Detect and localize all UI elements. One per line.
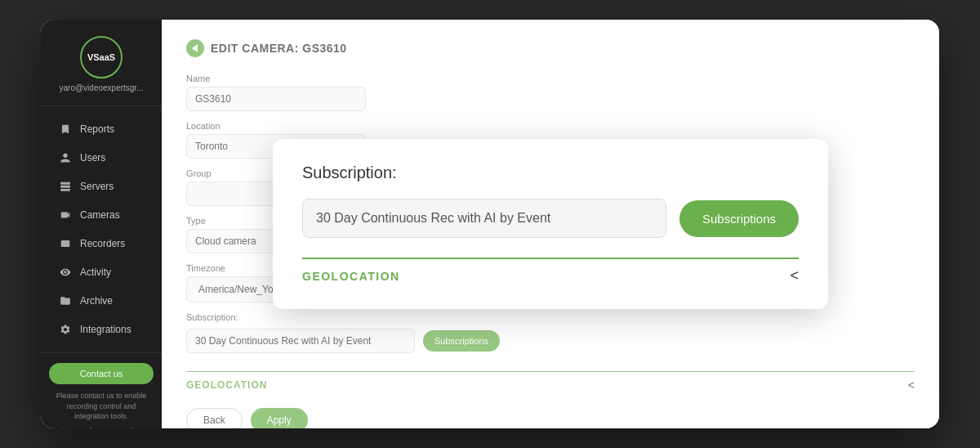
- svg-rect-0: [60, 182, 70, 185]
- contact-button[interactable]: Contact us: [49, 363, 154, 384]
- sidebar-item-archive[interactable]: Archive: [46, 287, 157, 315]
- modal-subscriptions-button[interactable]: Subscriptions: [679, 200, 799, 237]
- sidebar: VSaaS yaro@videoexpertsgr... Reports Use…: [41, 20, 162, 428]
- modal-subscription-row: Subscriptions: [302, 199, 799, 238]
- footer-links: Privacy Policy Terms of Use: [49, 427, 154, 428]
- svg-rect-2: [60, 189, 70, 191]
- modal-geolocation-label: GEOLOCATION: [302, 270, 400, 283]
- sidebar-item-reports[interactable]: Reports: [46, 115, 157, 143]
- sidebar-footer: Contact us Please contact us to enable r…: [41, 352, 162, 428]
- avatar: VSaaS: [80, 36, 122, 78]
- sidebar-username: yaro@videoexpertsgr...: [60, 83, 144, 92]
- sidebar-item-recorders[interactable]: Recorders: [46, 230, 157, 258]
- modal-overlay: Subscription: Subscriptions GEOLOCATION …: [162, 20, 939, 428]
- modal-geolocation-header[interactable]: GEOLOCATION <: [302, 267, 799, 284]
- sidebar-item-integrations[interactable]: Integrations: [46, 316, 157, 343]
- modal-geolocation-section: GEOLOCATION <: [302, 258, 799, 284]
- modal-title: Subscription:: [302, 164, 799, 182]
- user-icon: [59, 151, 72, 164]
- sidebar-item-activity[interactable]: Activity: [46, 258, 157, 286]
- gear-icon: [59, 323, 72, 336]
- sidebar-item-cameras[interactable]: Cameras: [46, 201, 157, 229]
- footer-text: Please contact us to enable recording co…: [49, 391, 154, 422]
- main-content: EDIT CAMERA: GS3610 Name Location Group …: [162, 20, 939, 428]
- svg-point-4: [64, 242, 67, 245]
- camera-icon: [59, 208, 72, 222]
- server-icon: [59, 180, 72, 193]
- terms-of-use-link[interactable]: Terms of Use: [105, 427, 149, 428]
- bookmark-icon: [59, 123, 72, 136]
- recorder-icon: [59, 237, 72, 250]
- sidebar-item-users[interactable]: Users: [46, 144, 157, 172]
- sidebar-header: VSaaS yaro@videoexpertsgr...: [41, 20, 162, 106]
- subscription-modal: Subscription: Subscriptions GEOLOCATION …: [273, 139, 828, 309]
- modal-subscription-input[interactable]: [302, 199, 666, 238]
- folder-icon: [59, 294, 72, 307]
- modal-geolocation-chevron-icon: <: [790, 267, 799, 284]
- sidebar-nav: Reports Users Servers Came: [41, 106, 162, 352]
- eye-icon: [59, 266, 72, 279]
- sidebar-item-servers[interactable]: Servers: [46, 172, 157, 200]
- privacy-policy-link[interactable]: Privacy Policy: [54, 427, 100, 428]
- svg-rect-1: [60, 186, 70, 188]
- app-window: VSaaS yaro@videoexpertsgr... Reports Use…: [41, 20, 939, 428]
